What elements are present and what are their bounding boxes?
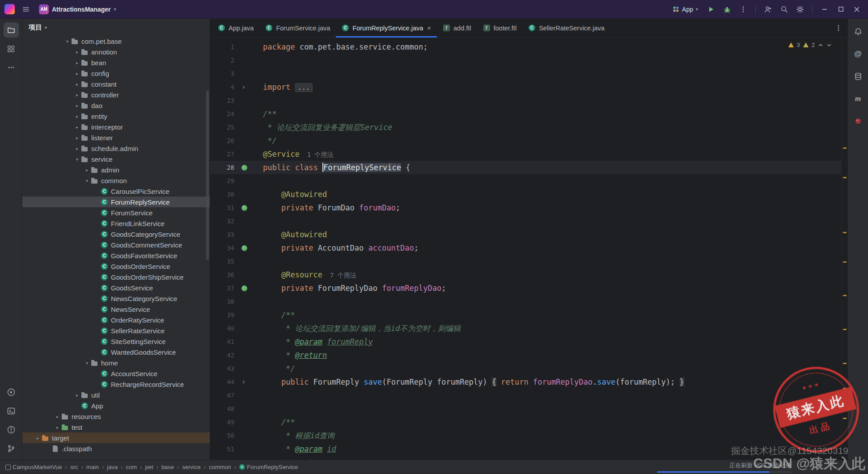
tree-item-service[interactable]: ▾ service <box>22 154 210 164</box>
code-line-51[interactable]: 51 * @param id <box>210 442 841 456</box>
breadcrumb-pet[interactable]: pet <box>145 464 153 470</box>
database-tool-button[interactable] <box>851 69 866 84</box>
tree-chevron-icon[interactable]: ▸ <box>73 146 81 151</box>
tree-item-OrderRatyService[interactable]: OrderRatyService <box>22 315 210 325</box>
warning-stripe-mark[interactable] <box>843 388 847 389</box>
code-line-29[interactable]: 29 <box>210 174 841 188</box>
code-line-30[interactable]: 30 @Autowired <box>210 188 841 201</box>
tree-item-SellerRateService[interactable]: SellerRateService <box>22 325 210 336</box>
code-line-26[interactable]: 26 */ <box>210 134 841 147</box>
terminal-tool-button[interactable] <box>4 403 19 419</box>
code-line-36[interactable]: 36 @Resource 7 个用法 <box>210 268 841 281</box>
debug-button[interactable] <box>720 3 734 16</box>
code-line-43[interactable]: 43 */ <box>210 362 841 375</box>
code-line-52[interactable]: 52 * @return <box>210 456 841 460</box>
breadcrumb-service[interactable]: service <box>182 464 200 470</box>
tree-chevron-icon[interactable]: ▾ <box>64 39 71 44</box>
tree-item-com.pet.base[interactable]: ▾ com.pet.base <box>22 36 210 46</box>
main-menu-button[interactable] <box>19 3 33 16</box>
tree-chevron-icon[interactable]: ▸ <box>54 414 61 419</box>
code-line-28[interactable]: 28 public class ForumReplyService { <box>210 161 841 174</box>
fold-arrow-icon[interactable]: › <box>241 378 246 386</box>
more-tool-windows-button[interactable] <box>4 60 19 75</box>
tree-item-NewsCategoryService[interactable]: NewsCategoryService <box>22 293 210 304</box>
prev-problem-icon[interactable] <box>818 42 823 48</box>
tree-chevron-icon[interactable]: ▸ <box>73 103 81 108</box>
code-line-50[interactable]: 50 * 根据id查询 <box>210 429 841 442</box>
tree-item-test[interactable]: ▸ test <box>22 422 210 432</box>
breadcrumb-ForumReplyService[interactable]: C ForumReplyService <box>239 464 298 470</box>
tree-item-GoodsOrderShipService[interactable]: GoodsOrderShipService <box>22 272 210 282</box>
editor-tab-ForumService.java[interactable]: ForumService.java × <box>259 19 336 37</box>
code-line-39[interactable]: 39 /** <box>210 308 841 322</box>
tree-chevron-icon[interactable]: ▸ <box>73 60 81 65</box>
breadcrumb-src[interactable]: src <box>70 464 78 470</box>
tree-item-home[interactable]: ▾ home <box>22 357 210 368</box>
notifications-button[interactable] <box>851 24 866 39</box>
code-line-47[interactable]: 47 <box>210 389 841 402</box>
editor-tab-App.java[interactable]: App.java × <box>212 19 259 37</box>
tree-chevron-icon[interactable]: ▸ <box>73 92 81 97</box>
tree-chevron-icon[interactable]: ▸ <box>73 125 81 130</box>
close-icon[interactable]: × <box>427 24 431 32</box>
maven-tool-button[interactable]: m <box>851 91 866 106</box>
warning-stripe-mark[interactable] <box>843 363 847 364</box>
tree-item-dao[interactable]: ▸ dao <box>22 100 210 111</box>
tree-item-admin[interactable]: ▸ admin <box>22 164 210 175</box>
tree-item-GoodsCommentService[interactable]: GoodsCommentService <box>22 239 210 250</box>
tree-chevron-icon[interactable]: ▸ <box>73 71 81 76</box>
next-problem-icon[interactable] <box>826 42 832 48</box>
inspections-widget[interactable]: 3 2 <box>784 40 836 50</box>
code-line-48[interactable]: 48 <box>210 402 841 415</box>
tree-item-ForumReplyService[interactable]: ForumReplyService <box>22 197 210 207</box>
run-button[interactable] <box>704 3 718 16</box>
tree-item-bean[interactable]: ▸ bean <box>22 57 210 68</box>
tree-item-ForumService[interactable]: ForumService <box>22 207 210 218</box>
code-line-33[interactable]: 33 @Autowired <box>210 228 841 241</box>
spring-bean-icon[interactable] <box>241 205 247 211</box>
tree-item-constant[interactable]: ▸ constant <box>22 79 210 89</box>
tree-chevron-icon[interactable]: ▸ <box>54 425 61 430</box>
code-editor[interactable]: 1 package com.pet.base.service.common; 2… <box>210 38 841 460</box>
code-line-27[interactable]: 27 @Service 1 个用法 <box>210 147 841 161</box>
tree-item-GoodsOrderService[interactable]: GoodsOrderService <box>22 261 210 272</box>
tree-chevron-icon[interactable]: ▸ <box>73 50 81 55</box>
breadcrumb-common[interactable]: common <box>209 464 231 470</box>
tree-item-FriendLinkService[interactable]: FriendLinkService <box>22 218 210 229</box>
tree-item-GoodsCategoryService[interactable]: GoodsCategoryService <box>22 229 210 239</box>
editor-tab-add.ftl[interactable]: add.ftl × <box>437 19 477 37</box>
project-tool-button[interactable] <box>4 22 19 38</box>
spring-bean-icon[interactable] <box>241 285 247 291</box>
structure-tool-button[interactable] <box>4 41 19 56</box>
editor-tab-SellerRateService.java[interactable]: SellerRateService.java × <box>522 19 610 37</box>
warning-stripe-mark[interactable] <box>843 295 847 296</box>
project-scrollbar[interactable] <box>206 90 209 260</box>
code-line-1[interactable]: 1 package com.pet.base.service.common; <box>210 40 841 54</box>
problems-tool-button[interactable] <box>4 422 19 437</box>
spring-bean-icon[interactable] <box>241 165 247 171</box>
code-line-25[interactable]: 25 * 论坛交流回复业务逻辑层Service <box>210 121 841 134</box>
tree-item-controller[interactable]: ▸ controller <box>22 89 210 100</box>
tree-item-entity[interactable]: ▸ entity <box>22 111 210 122</box>
tree-chevron-icon[interactable]: ▸ <box>34 436 42 440</box>
version-control-tool-button[interactable] <box>4 441 19 456</box>
editor-tab-footer.ftl[interactable]: footer.ftl × <box>477 19 523 37</box>
breadcrumb-base[interactable]: base <box>161 464 174 470</box>
search-everywhere-button[interactable] <box>777 3 791 16</box>
close-window-button[interactable] <box>850 3 864 16</box>
code-line-41[interactable]: 41 * @param forumReply <box>210 335 841 348</box>
tree-item-App[interactable]: App <box>22 400 210 411</box>
tree-item-AccountService[interactable]: AccountService <box>22 368 210 379</box>
project-selector[interactable]: AM AttractionsManager ▾ <box>35 3 120 16</box>
tree-chevron-icon[interactable]: ▾ <box>83 178 91 183</box>
editor-options-button[interactable] <box>830 19 847 37</box>
tree-item-RechargeRecordService[interactable]: RechargeRecordService <box>22 379 210 390</box>
ai-assistant-button[interactable]: @ <box>851 46 866 62</box>
tree-chevron-icon[interactable]: ▾ <box>73 157 81 162</box>
code-line-49[interactable]: 49 /** <box>210 415 841 429</box>
code-line-37[interactable]: 37 private ForumReplyDao forumReplyDao; <box>210 281 841 295</box>
tree-item-NewsService[interactable]: NewsService <box>22 304 210 315</box>
code-line-40[interactable]: 40 * 论坛交流回复添加/编辑，当id不为空时，则编辑 <box>210 322 841 335</box>
editor-tab-ForumReplyService.java[interactable]: ForumReplyService.java × <box>336 19 437 37</box>
breadcrumb-CampusMarketVue[interactable]: CampusMarketVue <box>5 464 62 470</box>
